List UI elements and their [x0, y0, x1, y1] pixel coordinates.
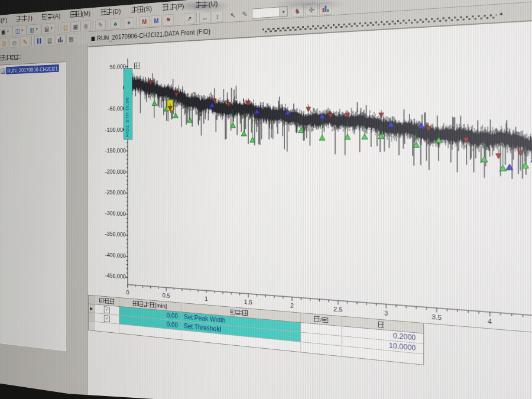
application-screen: (F) (I) (A) (M) (D) (S) (P) (U) ▣▼ ◫▼ ▥▼…: [0, 0, 532, 399]
chart-bars-icon[interactable]: [319, 2, 332, 15]
view-report-icon[interactable]: ▥▼: [27, 24, 41, 35]
injection-tag-label: FID1 STH (0.00: [125, 70, 131, 137]
open-data-icon[interactable]: ▥: [0, 38, 8, 48]
pause-blue-icon[interactable]: [34, 35, 44, 47]
menu-process[interactable]: (P): [158, 0, 189, 12]
figure-red-icon[interactable]: ♞: [291, 4, 304, 17]
data-file-icon: [1, 69, 5, 74]
chromatogram-canvas: [87, 21, 532, 333]
row-marker-header: [89, 296, 95, 304]
tree-item-label: RUN_20170906-CH2Cl21: [7, 65, 58, 73]
document-icon: [91, 37, 95, 41]
expand-vertical-icon[interactable]: ↕: [212, 10, 223, 22]
y-tick-label: -50,000: [93, 105, 125, 112]
checkbox-checked-icon[interactable]: ✓: [104, 315, 110, 322]
spectrum-glyph: [134, 62, 140, 70]
injection-tag: FID1 STH (0.00: [124, 68, 132, 140]
method-red-icon[interactable]: M: [139, 16, 150, 28]
grid-icon[interactable]: ▦: [66, 33, 76, 44]
y-tick-label: -100,000: [93, 126, 125, 133]
sidebar: : RUN_20170906-CH2Cl21: [0, 44, 87, 399]
menu-display[interactable]: (I): [13, 12, 37, 23]
print-icon[interactable]: ▦: [70, 21, 80, 32]
dock-strip-arrow-icon[interactable]: ▲: [498, 11, 504, 17]
open-folder-icon[interactable]: ▤: [61, 21, 71, 33]
pen-icon[interactable]: ✎: [95, 19, 106, 30]
document-title: RUN_20170906-CH2Cl21.DATA Front (FID): [97, 28, 210, 43]
y-tick-label: -300,000: [93, 209, 125, 216]
row-marker-cell: [89, 313, 95, 322]
report-icon[interactable]: ▤: [45, 35, 55, 46]
menu-session[interactable]: (S): [127, 2, 156, 14]
cursor-icon[interactable]: ↖: [228, 9, 239, 21]
tools-icon[interactable]: ✣: [305, 4, 318, 17]
y-tick-label: 0: [93, 84, 125, 91]
current-row-marker: ▶: [89, 304, 95, 313]
menu-data[interactable]: (D): [96, 5, 125, 17]
view-split-icon[interactable]: ▣▼: [0, 26, 12, 37]
integrate-green-icon[interactable]: ♣: [110, 18, 121, 30]
y-tick-label: -250,000: [93, 189, 125, 196]
sidebar-heading: :: [0, 54, 21, 61]
tree-item-selected[interactable]: RUN_20170906-CH2Cl21: [6, 64, 59, 74]
chromatogram-pane[interactable]: 50,0000-50,000-100,000-150,000-200,000-2…: [87, 20, 532, 333]
menu-plugin[interactable]: (U): [191, 0, 223, 9]
signal-combo[interactable]: ▼: [252, 6, 287, 18]
menu-file[interactable]: (F): [0, 14, 11, 25]
combo-dropdown-icon[interactable]: ▼: [280, 7, 287, 16]
y-tick-label: -150,000: [93, 147, 125, 154]
flag-icon[interactable]: ⚑: [163, 14, 174, 26]
expand-horizontal-icon[interactable]: ↔: [199, 11, 211, 24]
view-table-icon[interactable]: ▤▼: [41, 22, 56, 34]
search-icon[interactable]: ◎: [9, 37, 19, 48]
zoom-arrow-icon[interactable]: ↗: [184, 12, 195, 24]
monitor-photo: (F) (I) (A) (M) (D) (S) (P) (U) ▣▼ ◫▼ ▥▼…: [0, 0, 532, 399]
data-file-tree[interactable]: RUN_20170906-CH2Cl21: [0, 61, 66, 351]
print-preview-icon[interactable]: ◎: [80, 20, 90, 31]
view-layout-icon[interactable]: ◫▼: [12, 25, 27, 36]
chart-bars-icon[interactable]: [56, 34, 66, 46]
method-blue-icon[interactable]: M: [151, 15, 162, 27]
calibrate-blue-icon[interactable]: ✦: [124, 17, 134, 29]
menu-acquire[interactable]: (A): [38, 10, 64, 21]
annotate-pencil-icon[interactable]: ✎: [239, 8, 251, 20]
checkbox-checked-icon[interactable]: ✓: [104, 306, 110, 313]
red-pen-icon[interactable]: ✎: [20, 37, 30, 47]
y-tick-label: -200,000: [93, 168, 125, 174]
menu-method[interactable]: (M): [66, 8, 95, 19]
